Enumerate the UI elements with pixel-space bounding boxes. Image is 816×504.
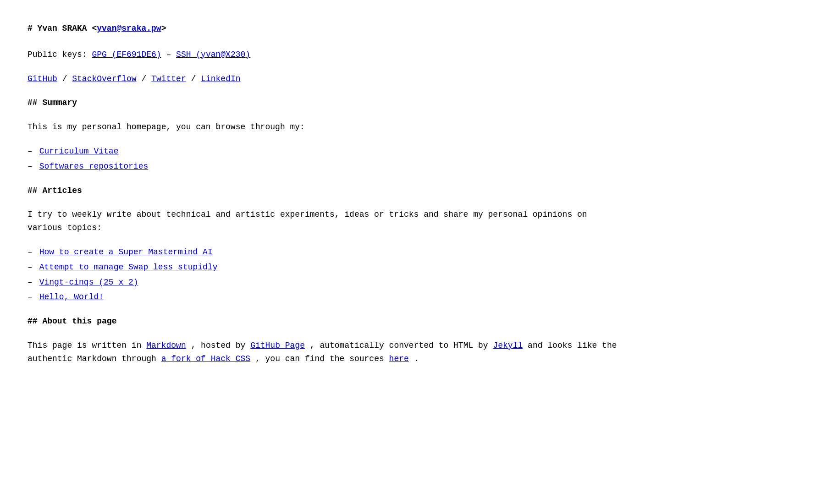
- gpg-link[interactable]: GPG (EF691DE6): [92, 50, 161, 59]
- dash-icon: –: [28, 147, 33, 156]
- about-text-end: , you can find the sources: [255, 354, 384, 363]
- articles-heading: ## Articles: [28, 184, 623, 197]
- dash-icon: –: [28, 292, 33, 301]
- list-item: – Softwares repositories: [28, 160, 623, 173]
- about-text-middle1: , hosted by: [191, 341, 246, 350]
- markdown-link[interactable]: Markdown: [146, 341, 186, 350]
- about-text: This page is written in Markdown , hoste…: [28, 339, 623, 366]
- article-vingt-cinqs-link[interactable]: Vingt-cinqs (25 x 2): [39, 278, 138, 287]
- stackoverflow-link[interactable]: StackOverflow: [72, 74, 136, 83]
- about-text-before: This page is written in: [28, 341, 141, 350]
- summary-list: – Curriculum Vitae – Softwares repositor…: [28, 145, 623, 173]
- summary-heading: ## Summary: [28, 96, 623, 110]
- dash-icon: –: [28, 263, 33, 272]
- about-period: .: [414, 354, 419, 363]
- page-content: # Yvan SRAKA <yvan@sraka.pw> Public keys…: [28, 22, 623, 366]
- github-link[interactable]: GitHub: [28, 74, 57, 83]
- list-item: – How to create a Super Mastermind AI: [28, 246, 623, 259]
- dash-icon: –: [28, 247, 33, 257]
- about-section: ## About this page This page is written …: [28, 315, 623, 365]
- public-keys-line: Public keys: GPG (EF691DE6) – SSH (yvan@…: [28, 48, 623, 61]
- jekyll-link[interactable]: Jekyll: [493, 341, 523, 350]
- github-page-link[interactable]: GitHub Page: [250, 341, 305, 350]
- public-keys-label: Public keys:: [28, 50, 87, 59]
- ssh-link[interactable]: SSH (yvan@X230): [176, 50, 250, 59]
- about-text-middle2: , automatically converted to HTML by: [310, 341, 488, 350]
- dash-icon: –: [28, 162, 33, 171]
- article-swap-link[interactable]: Attempt to manage Swap less stupidly: [39, 263, 218, 272]
- linkedin-link[interactable]: LinkedIn: [201, 74, 240, 83]
- cv-link[interactable]: Curriculum Vitae: [39, 147, 119, 156]
- articles-text: I try to weekly write about technical an…: [28, 208, 623, 235]
- summary-section: ## Summary This is my personal homepage,…: [28, 96, 623, 173]
- author-name: Yvan SRAKA: [38, 24, 87, 33]
- about-heading: ## About this page: [28, 315, 623, 328]
- list-item: – Hello, World!: [28, 290, 623, 304]
- list-item: – Curriculum Vitae: [28, 145, 623, 158]
- heading-prefix: #: [28, 24, 38, 33]
- articles-list: – How to create a Super Mastermind AI – …: [28, 246, 623, 304]
- list-item: – Attempt to manage Swap less stupidly: [28, 261, 623, 274]
- articles-section: ## Articles I try to weekly write about …: [28, 184, 623, 304]
- list-item: – Vingt-cinqs (25 x 2): [28, 276, 623, 289]
- keys-separator: –: [166, 50, 176, 59]
- sources-here-link[interactable]: here: [389, 354, 409, 363]
- twitter-link[interactable]: Twitter: [151, 74, 186, 83]
- article-hello-world-link[interactable]: Hello, World!: [39, 292, 104, 301]
- software-repos-link[interactable]: Softwares repositories: [39, 162, 149, 171]
- hack-css-fork-link[interactable]: a fork of Hack CSS: [161, 354, 250, 363]
- social-links: GitHub / StackOverflow / Twitter / Linke…: [28, 72, 623, 86]
- sep2: /: [141, 74, 151, 83]
- summary-text: This is my personal homepage, you can br…: [28, 121, 623, 134]
- email-link[interactable]: yvan@sraka.pw: [97, 24, 161, 33]
- dash-icon: –: [28, 278, 33, 287]
- article-mastermind-link[interactable]: How to create a Super Mastermind AI: [39, 247, 213, 257]
- page-heading: # Yvan SRAKA <yvan@sraka.pw>: [28, 22, 623, 35]
- sep1: /: [62, 74, 72, 83]
- sep3: /: [191, 74, 201, 83]
